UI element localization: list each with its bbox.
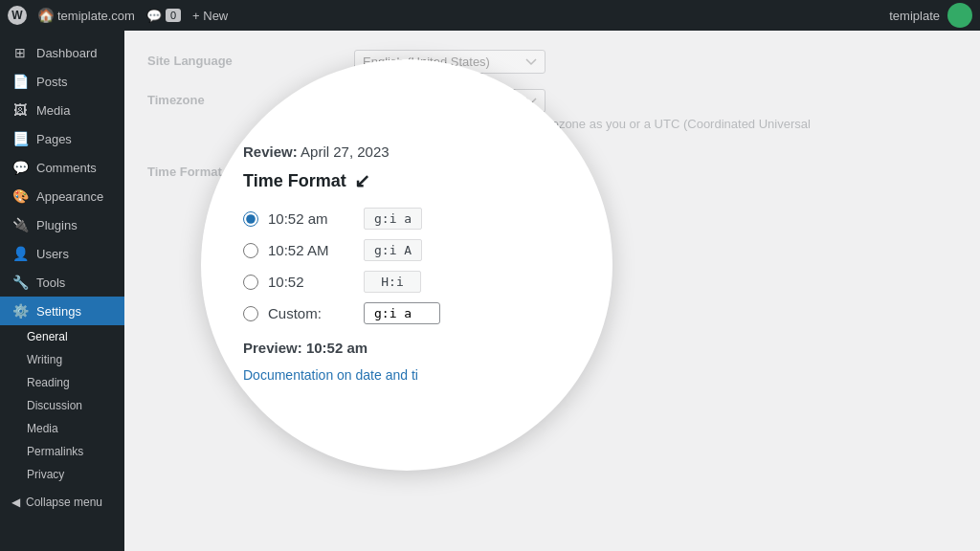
pages-icon: 📃 <box>11 131 29 146</box>
sidebar-item-label: Pages <box>36 132 72 146</box>
sidebar-item-dashboard[interactable]: ⊞ Dashboard <box>0 38 124 67</box>
popup-radio-1[interactable] <box>243 211 258 227</box>
sidebar-sub-reading[interactable]: Reading <box>0 371 124 394</box>
popup-option-custom: Custom: <box>243 302 440 324</box>
sidebar-sub-general[interactable]: General <box>0 325 124 348</box>
users-icon: 👤 <box>11 246 29 261</box>
sidebar-item-pages[interactable]: 📃 Pages <box>0 124 124 153</box>
sidebar-sub-privacy[interactable]: Privacy <box>0 463 124 486</box>
comments-icon: 💬 <box>11 160 29 175</box>
popup-option-label-2: 10:52 AM <box>268 242 354 258</box>
collapse-icon: ◀ <box>11 496 20 509</box>
popup-custom-input[interactable] <box>364 302 440 324</box>
comment-count: 0 <box>166 9 181 22</box>
popup-format-2: g:i A <box>364 239 422 261</box>
site-name: temiplate.com <box>57 9 135 23</box>
tools-icon: 🔧 <box>11 275 29 290</box>
popup-option-1: 10:52 am g:i a <box>243 208 440 230</box>
popup-option-label-custom: Custom: <box>268 305 354 321</box>
sidebar-item-appearance[interactable]: 🎨 Appearance <box>0 182 124 210</box>
sidebar-item-comments[interactable]: 💬 Comments <box>0 153 124 182</box>
admin-bar: W 🏠 temiplate.com 💬 0 + New temiplate <box>0 0 980 31</box>
popup-review-line: Review: April 27, 2023 <box>243 143 390 160</box>
popup-radio-custom[interactable] <box>243 306 258 321</box>
appearance-icon: 🎨 <box>11 188 29 204</box>
new-label: + New <box>192 9 228 23</box>
popup-review-label: Review: <box>243 143 298 160</box>
comments-item[interactable]: 💬 0 <box>146 9 181 23</box>
popup-radio-3[interactable] <box>243 275 258 290</box>
popup-preview-line: Preview: 10:52 am <box>243 340 368 356</box>
sidebar-sub-media[interactable]: Media <box>0 417 124 440</box>
media-icon: 🖼 <box>11 102 29 118</box>
user-name: temiplate <box>889 9 940 23</box>
sidebar-item-label: Media <box>36 103 70 118</box>
popup-options: 10:52 am g:i a 10:52 AM g:i A 10:52 H:i <box>243 208 440 324</box>
wp-logo-item[interactable]: W <box>8 6 27 25</box>
sidebar-item-label: Users <box>36 247 69 261</box>
plugins-icon: 🔌 <box>11 217 29 232</box>
sidebar-item-users[interactable]: 👤 Users <box>0 239 124 268</box>
site-name-item[interactable]: 🏠 temiplate.com <box>38 8 135 23</box>
popup-option-label-1: 10:52 am <box>268 210 354 227</box>
content-area: Site Language English (United States) Ti… <box>124 31 980 551</box>
popup-option-label-3: 10:52 <box>268 274 354 290</box>
popup-radio-2[interactable] <box>243 243 258 258</box>
sidebar-sub-writing[interactable]: Writing <box>0 348 124 371</box>
sidebar-item-tools[interactable]: 🔧 Tools <box>0 268 124 297</box>
popup-title-text: Time Format <box>243 171 346 191</box>
sidebar-item-label: Dashboard <box>36 46 98 60</box>
sidebar-item-plugins[interactable]: 🔌 Plugins <box>0 210 124 239</box>
arrow-icon: ↙ <box>354 169 370 192</box>
popup-title: Time Format ↙ <box>243 169 370 192</box>
dashboard-icon: ⊞ <box>11 45 29 60</box>
sidebar-item-label: Plugins <box>36 218 78 232</box>
popup-preview-value: 10:52 am <box>306 340 368 356</box>
sidebar-item-label: Comments <box>36 161 97 175</box>
sidebar-item-label: Appearance <box>36 189 103 204</box>
settings-icon: ⚙️ <box>11 303 29 319</box>
sidebar-item-settings[interactable]: ⚙️ Settings <box>0 297 124 325</box>
sidebar-sub-discussion[interactable]: Discussion <box>0 394 124 417</box>
sidebar-item-media[interactable]: 🖼 Media <box>0 96 124 124</box>
comment-icon: 💬 <box>146 9 162 23</box>
admin-avatar[interactable] <box>947 3 972 28</box>
wp-logo: W <box>8 6 27 25</box>
sidebar-item-label: Settings <box>36 304 81 319</box>
popup-format-3: H:i <box>364 271 421 293</box>
sidebar-item-label: Tools <box>36 276 65 290</box>
posts-icon: 📄 <box>11 74 29 89</box>
sidebar: ⊞ Dashboard 📄 Posts 🖼 Media 📃 Pages 💬 Co… <box>0 31 124 551</box>
popup-review-date: April 27, 2023 <box>301 143 390 160</box>
sidebar-item-posts[interactable]: 📄 Posts <box>0 67 124 96</box>
new-item[interactable]: + New <box>192 9 228 23</box>
popup-option-2: 10:52 AM g:i A <box>243 239 440 261</box>
popup-doc-link[interactable]: Documentation on date and ti <box>243 367 418 383</box>
popup-preview-label: Preview: <box>243 340 306 356</box>
time-format-popup: Review: April 27, 2023 Time Format ↙ 10:… <box>201 59 612 471</box>
site-icon: 🏠 <box>38 8 54 23</box>
sidebar-sub-permalinks[interactable]: Permalinks <box>0 440 124 463</box>
popup-option-3: 10:52 H:i <box>243 271 440 293</box>
collapse-label: Collapse menu <box>26 496 102 509</box>
sidebar-item-label: Posts <box>36 75 68 89</box>
popup-format-1: g:i a <box>364 208 422 230</box>
user-name-item[interactable]: temiplate <box>889 9 940 23</box>
collapse-menu-button[interactable]: ◀ Collapse menu <box>0 486 124 518</box>
